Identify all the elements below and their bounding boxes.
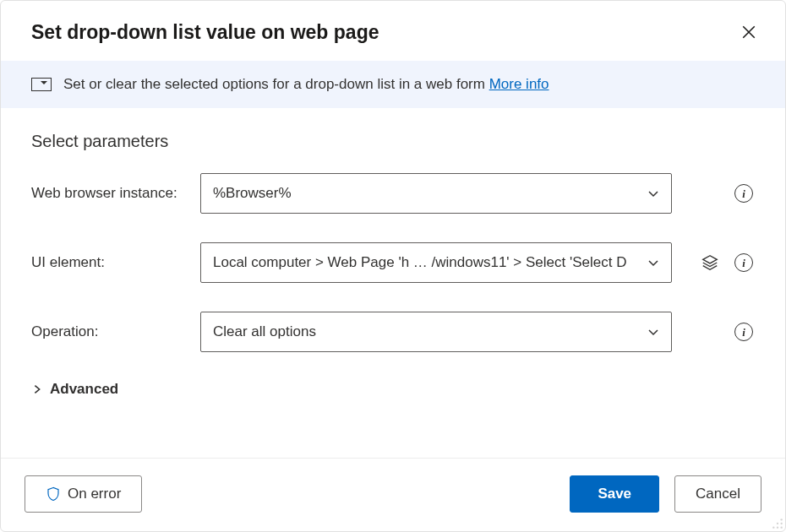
section-title: Select parameters [31, 132, 755, 151]
info-icon: i [734, 253, 753, 272]
info-icon: i [734, 323, 753, 341]
chevron-down-icon [647, 325, 660, 339]
dialog-title: Set drop-down list value on web page [31, 21, 379, 44]
operation-select[interactable]: Clear all options [200, 312, 672, 352]
advanced-label: Advanced [50, 381, 118, 398]
chevron-down-icon [647, 187, 660, 200]
operation-value: Clear all options [213, 323, 316, 340]
on-error-label: On error [68, 486, 121, 502]
info-banner-text: Set or clear the selected options for a … [63, 76, 489, 92]
svg-point-5 [777, 527, 778, 529]
layers-icon [701, 253, 719, 272]
browser-label: Web browser instance: [31, 185, 200, 202]
uielement-info-button[interactable]: i [733, 252, 755, 274]
info-icon: i [734, 184, 753, 203]
uielement-value: Local computer > Web Page 'h … /windows1… [213, 254, 626, 271]
close-icon [741, 24, 756, 40]
browser-value: %Browser% [213, 185, 292, 202]
svg-point-1 [781, 518, 783, 520]
uielement-label: UI element: [31, 254, 200, 271]
advanced-toggle[interactable]: Advanced [31, 381, 755, 398]
svg-point-2 [777, 523, 778, 524]
on-error-button[interactable]: On error [25, 475, 142, 513]
svg-point-6 [781, 527, 783, 529]
shield-icon [46, 486, 61, 502]
browser-select[interactable]: %Browser% [200, 173, 672, 214]
uielement-select[interactable]: Local computer > Web Page 'h … /windows1… [200, 242, 672, 283]
svg-marker-0 [703, 256, 718, 263]
cancel-button[interactable]: Cancel [674, 475, 761, 513]
svg-point-3 [781, 523, 783, 524]
operation-info-button[interactable]: i [733, 321, 755, 343]
chevron-right-icon [31, 383, 43, 395]
browser-info-button[interactable]: i [733, 182, 755, 204]
more-info-link[interactable]: More info [489, 76, 549, 92]
resize-grip-icon[interactable] [772, 518, 783, 529]
info-banner: Set or clear the selected options for a … [1, 61, 785, 108]
dropdown-icon [31, 78, 52, 91]
close-button[interactable] [738, 21, 760, 46]
svg-point-4 [772, 527, 774, 529]
save-button[interactable]: Save [570, 475, 659, 513]
operation-label: Operation: [31, 323, 200, 340]
uielement-picker-button[interactable] [699, 252, 721, 274]
chevron-down-icon [647, 256, 660, 269]
